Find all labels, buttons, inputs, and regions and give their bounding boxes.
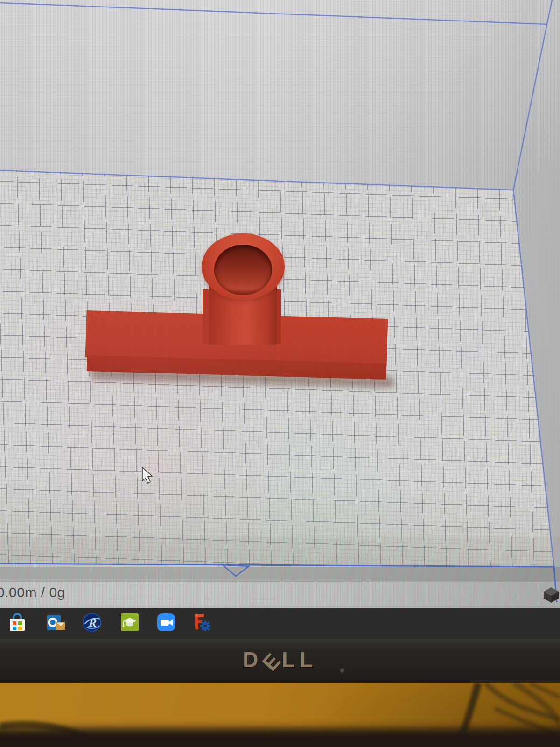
dell-letter: L xyxy=(300,648,317,672)
monitor-photo: 0.00m / 0g R xyxy=(0,0,560,747)
education-icon[interactable] xyxy=(120,613,140,632)
cube-icon[interactable] xyxy=(543,586,559,603)
mouse-cursor-icon xyxy=(141,467,154,485)
desk-edge-shadow xyxy=(0,728,560,747)
r-logo-icon[interactable]: R xyxy=(82,613,102,632)
monitor-bezel: DELL xyxy=(0,639,560,683)
microsoft-store-icon[interactable] xyxy=(7,613,27,632)
dell-logo: DELL xyxy=(0,647,560,672)
desk-background xyxy=(0,683,560,747)
model-cylinder-bore[interactable] xyxy=(214,245,272,295)
model-3d-part[interactable] xyxy=(0,0,560,608)
material-estimate-label: 0.00m / 0g xyxy=(0,585,65,600)
slicer-viewport[interactable]: 0.00m / 0g xyxy=(0,0,560,608)
freecad-icon[interactable] xyxy=(192,613,212,632)
zoom-icon[interactable] xyxy=(156,613,176,632)
outlook-icon[interactable] xyxy=(46,613,66,632)
windows-taskbar: R xyxy=(0,608,560,639)
